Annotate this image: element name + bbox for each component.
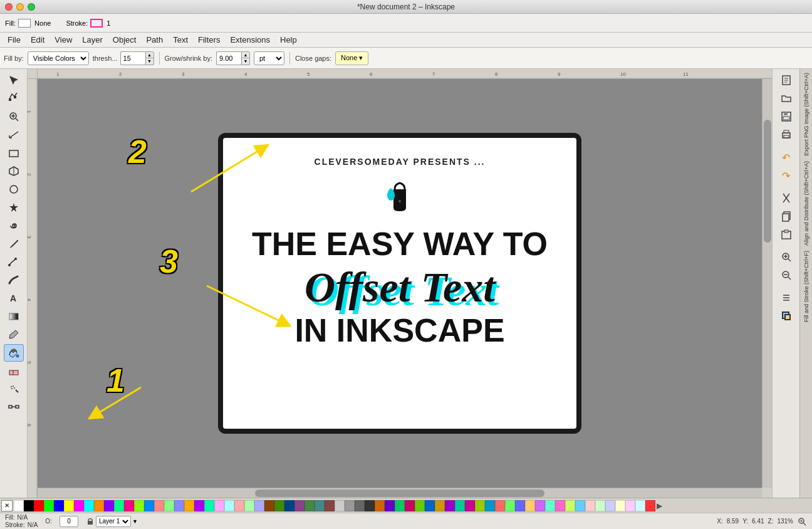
color-swatch[interactable] — [535, 500, 545, 511]
tool-measure[interactable] — [4, 126, 24, 144]
tool-star[interactable] — [4, 199, 24, 216]
color-swatch[interactable] — [425, 500, 435, 511]
zoom-in-icon[interactable] — [797, 516, 807, 526]
color-swatch[interactable] — [254, 500, 264, 511]
save-btn[interactable] — [776, 108, 796, 125]
tool-spray[interactable] — [4, 380, 24, 398]
menu-filters[interactable]: Filters — [193, 34, 225, 46]
color-swatch[interactable] — [14, 500, 24, 511]
color-swatch[interactable] — [134, 500, 144, 511]
undo-btn[interactable]: ↶ — [776, 149, 796, 166]
color-swatch[interactable] — [505, 500, 515, 511]
color-swatch[interactable] — [184, 500, 194, 511]
color-swatch[interactable] — [154, 500, 164, 511]
tool-select[interactable] — [4, 71, 24, 89]
close-gaps-button[interactable]: None ▾ — [335, 51, 368, 65]
color-swatch[interactable] — [194, 500, 204, 511]
fill-by-select[interactable]: Visible Colors — [28, 51, 89, 65]
color-swatch[interactable] — [164, 500, 174, 511]
color-swatch[interactable] — [595, 500, 605, 511]
close-button[interactable] — [5, 3, 13, 11]
color-swatch[interactable] — [234, 500, 244, 511]
color-swatch[interactable] — [64, 500, 74, 511]
color-swatch[interactable] — [54, 500, 64, 511]
color-swatch[interactable] — [365, 500, 375, 511]
menu-help[interactable]: Help — [275, 34, 302, 46]
tool-connector[interactable] — [4, 399, 24, 416]
status-opacity-input[interactable] — [60, 516, 78, 527]
color-swatch[interactable] — [74, 500, 84, 511]
color-swatch[interactable] — [385, 500, 395, 511]
color-swatch[interactable] — [495, 500, 505, 511]
tool-circle[interactable] — [4, 181, 24, 198]
color-swatch[interactable] — [204, 500, 214, 511]
color-swatch[interactable] — [24, 500, 34, 511]
tool-gradient[interactable] — [4, 308, 24, 325]
tool-3dbox[interactable] — [4, 162, 24, 180]
color-swatch[interactable] — [585, 500, 595, 511]
fill-stroke-btn[interactable] — [776, 307, 796, 325]
menu-text[interactable]: Text — [168, 34, 193, 46]
color-swatch[interactable] — [174, 500, 184, 511]
color-swatch[interactable] — [405, 500, 415, 511]
tool-pen[interactable] — [4, 253, 24, 271]
new-document-btn[interactable] — [776, 71, 796, 89]
layer-select[interactable]: Layer 1 — [96, 516, 131, 527]
copy-btn[interactable] — [776, 207, 796, 225]
tool-paint-bucket[interactable] — [4, 344, 24, 362]
align-distribute-label[interactable]: Align and Distribute (Shift+Ctrl+A) — [803, 161, 809, 246]
color-swatch[interactable] — [224, 500, 234, 511]
color-swatch[interactable] — [555, 500, 565, 511]
threshold-down[interactable]: ▼ — [145, 58, 154, 65]
stroke-swatch[interactable] — [90, 19, 103, 28]
menu-view[interactable]: View — [49, 34, 77, 46]
color-swatch[interactable] — [44, 500, 54, 511]
color-swatch[interactable] — [575, 500, 585, 511]
zoom-in-btn[interactable] — [776, 248, 796, 266]
color-swatch[interactable] — [284, 500, 294, 511]
color-swatch[interactable] — [104, 500, 114, 511]
threshold-spinner[interactable]: thresh... 15 ▲ ▼ — [93, 51, 154, 65]
threshold-input[interactable]: 15 — [120, 51, 145, 65]
scrollbar-vertical-thumb[interactable] — [764, 120, 771, 243]
tool-dropper[interactable] — [4, 326, 24, 343]
color-swatch[interactable] — [335, 500, 345, 511]
color-swatch[interactable] — [475, 500, 485, 511]
grow-shrink-arrows[interactable]: ▲ ▼ — [241, 51, 250, 65]
color-swatch[interactable] — [615, 500, 625, 511]
color-swatch[interactable] — [114, 500, 124, 511]
menu-path[interactable]: Path — [141, 34, 168, 46]
color-swatch[interactable] — [94, 500, 104, 511]
menu-layer[interactable]: Layer — [77, 34, 108, 46]
fill-stroke-label[interactable]: Fill and Stroke (Shift+Ctrl+F) — [803, 251, 809, 322]
color-swatch[interactable] — [355, 500, 365, 511]
color-swatch[interactable] — [455, 500, 465, 511]
maximize-button[interactable] — [28, 3, 35, 11]
tool-rect[interactable] — [4, 144, 24, 162]
scrollbar-horizontal[interactable] — [38, 488, 762, 498]
color-swatch[interactable] — [625, 500, 635, 511]
tool-zoom[interactable] — [4, 108, 24, 125]
grow-shrink-up[interactable]: ▲ — [241, 51, 250, 58]
color-swatch[interactable] — [645, 500, 655, 511]
align-distribute-btn[interactable] — [776, 289, 796, 306]
tool-spiral[interactable] — [4, 217, 24, 234]
print-btn[interactable] — [776, 126, 796, 144]
color-swatch[interactable] — [315, 500, 325, 511]
tool-eraser[interactable] — [4, 362, 24, 380]
tool-calligraphy[interactable] — [4, 271, 24, 289]
tool-pencil[interactable] — [4, 235, 24, 253]
color-swatch[interactable] — [635, 500, 645, 511]
color-swatch[interactable] — [465, 500, 475, 511]
color-swatch[interactable] — [244, 500, 254, 511]
color-swatch[interactable] — [605, 500, 615, 511]
color-swatch[interactable] — [345, 500, 355, 511]
grow-shrink-spinner[interactable]: 9.00 ▲ ▼ — [216, 51, 250, 65]
palette-scroll-right[interactable]: ▶ — [657, 501, 662, 510]
threshold-arrows[interactable]: ▲ ▼ — [145, 51, 154, 65]
color-swatch[interactable] — [375, 500, 385, 511]
color-swatch[interactable] — [144, 500, 154, 511]
color-swatch[interactable] — [435, 500, 445, 511]
redo-btn[interactable]: ↷ — [776, 167, 796, 184]
color-swatch[interactable] — [515, 500, 525, 511]
